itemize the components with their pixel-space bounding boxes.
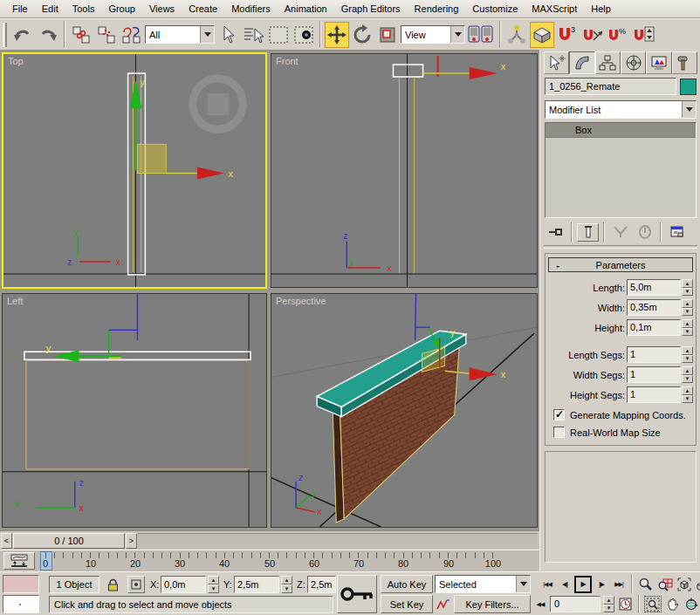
select-and-link-icon[interactable] xyxy=(69,22,93,48)
tab-hierarchy-icon[interactable] xyxy=(595,51,621,74)
bind-to-spacewarp-icon[interactable] xyxy=(120,22,144,48)
time-slider-thumb[interactable]: 0 / 100 xyxy=(13,533,125,549)
tab-modify-icon[interactable] xyxy=(569,51,594,74)
length-segs-spinner[interactable]: ▲▼ xyxy=(682,346,693,363)
toolbar-grip[interactable] xyxy=(3,23,7,47)
z-coord-field[interactable]: 2,5m xyxy=(307,576,336,593)
length-field[interactable]: 5,0m xyxy=(627,279,681,296)
selection-filter-arrow[interactable] xyxy=(200,26,214,43)
time-slider-prev-button[interactable]: < xyxy=(1,533,12,549)
select-by-name-icon[interactable] xyxy=(241,22,265,48)
region-zoom-icon[interactable] xyxy=(644,596,662,612)
time-configuration-icon[interactable] xyxy=(616,596,634,612)
generate-mapping-coords-checkbox[interactable] xyxy=(553,409,565,420)
x-coord-field[interactable]: 0,0m xyxy=(161,576,206,593)
y-coord-field[interactable]: 2,5m xyxy=(234,576,279,593)
time-slider-track[interactable] xyxy=(138,533,538,549)
key-mode-toggle-icon[interactable]: ◀◀ xyxy=(532,597,548,612)
width-segs-field[interactable]: 1 xyxy=(627,366,681,383)
pan-hand-icon[interactable] xyxy=(663,596,681,612)
select-and-rotate-icon[interactable] xyxy=(350,22,374,48)
menu-customize[interactable]: Customize xyxy=(465,1,525,17)
tab-utilities-icon[interactable] xyxy=(672,51,697,74)
selection-set-dropdown[interactable]: Selected xyxy=(435,575,531,593)
menu-views[interactable]: Views xyxy=(142,1,182,17)
menu-maxscript[interactable]: MAXScript xyxy=(525,1,584,17)
viewport-perspective-canvas[interactable]: y x z y x xyxy=(271,294,537,527)
show-end-result-icon[interactable] xyxy=(577,223,599,242)
zoom-all-icon[interactable] xyxy=(656,576,674,592)
maxscript-mini-listener-pink[interactable] xyxy=(3,575,39,593)
unlink-selection-icon[interactable] xyxy=(94,22,119,48)
percent-snap-icon[interactable] xyxy=(580,22,605,48)
go-to-start-icon[interactable]: |◀◀ xyxy=(539,577,555,592)
reference-coord-arrow[interactable] xyxy=(450,26,464,43)
object-name-field[interactable]: 1_0256_Remate xyxy=(545,78,676,95)
spinner-snap-icon[interactable]: % xyxy=(606,22,630,48)
viewport-top-canvas[interactable]: y x y x z xyxy=(3,54,265,287)
modifier-list-arrow[interactable] xyxy=(682,101,696,118)
frame-spinner[interactable]: ▲▼ xyxy=(603,596,614,612)
track-bar[interactable]: 0 10 20 30 40 50 60 70 80 90 100 xyxy=(0,550,539,571)
current-frame-field[interactable]: 0 xyxy=(550,596,600,612)
set-keys-key-icon[interactable] xyxy=(337,575,377,613)
menu-file[interactable]: File xyxy=(5,1,35,17)
menu-group[interactable]: Group xyxy=(101,1,142,17)
menu-tools[interactable]: Tools xyxy=(65,1,102,17)
select-and-scale-icon[interactable] xyxy=(375,22,400,48)
maxscript-mini-listener-white[interactable] xyxy=(3,595,39,613)
menu-create[interactable]: Create xyxy=(182,1,224,17)
viewport-perspective-label[interactable]: Perspective xyxy=(276,296,326,306)
zoom-extents-icon[interactable] xyxy=(676,576,693,592)
track-bar-ruler[interactable]: 0 10 20 30 40 50 60 70 80 90 100 xyxy=(40,550,534,572)
selected-box-front-view[interactable] xyxy=(393,65,422,77)
width-spinner[interactable]: ▲▼ xyxy=(682,299,693,316)
spinner-snap-toggle-icon[interactable] xyxy=(631,22,655,48)
snaps-toggle-icon[interactable] xyxy=(530,22,554,48)
modifier-list-dropdown[interactable]: Modifier List xyxy=(545,100,697,119)
undo-icon[interactable] xyxy=(10,22,35,48)
redo-icon[interactable] xyxy=(36,22,60,48)
height-field[interactable]: 0,1m xyxy=(627,319,681,336)
previous-frame-icon[interactable]: ◀|| xyxy=(557,577,573,592)
viewport-left[interactable]: Left y z y x xyxy=(2,293,267,528)
key-filters-button[interactable]: Key Filters... xyxy=(454,595,531,613)
select-and-move-icon[interactable] xyxy=(325,22,349,48)
height-spinner[interactable]: ▲▼ xyxy=(682,319,693,336)
viewport-front-label[interactable]: Front xyxy=(276,56,299,66)
use-pivot-center-icon[interactable] xyxy=(466,22,496,48)
reference-coord-dropdown[interactable]: View xyxy=(401,25,465,44)
rollout-collapse-icon[interactable]: - xyxy=(552,260,563,270)
menu-help[interactable]: Help xyxy=(584,1,618,17)
y-coord-spinner[interactable]: ▲▼ xyxy=(281,576,292,593)
length-segs-field[interactable]: 1 xyxy=(627,346,681,363)
menu-graph-editors[interactable]: Graph Editors xyxy=(334,1,408,17)
pin-stack-icon[interactable] xyxy=(545,223,566,242)
select-object-icon[interactable] xyxy=(216,22,240,48)
viewport-front-canvas[interactable]: x z x y xyxy=(271,54,537,287)
tab-motion-icon[interactable] xyxy=(621,51,646,74)
height-segs-spinner[interactable]: ▲▼ xyxy=(682,386,693,403)
menu-modifiers[interactable]: Modifiers xyxy=(224,1,278,17)
viewport-perspective[interactable]: Perspective xyxy=(271,293,538,528)
selection-set-arrow[interactable] xyxy=(516,576,530,592)
remove-modifier-icon[interactable] xyxy=(634,223,655,242)
width-segs-spinner[interactable]: ▲▼ xyxy=(682,366,693,383)
window-crossing-icon[interactable] xyxy=(292,22,316,48)
viewport-left-label[interactable]: Left xyxy=(7,296,23,306)
viewport-front[interactable]: Front x z x y xyxy=(271,53,538,288)
rect-selection-region-icon[interactable] xyxy=(266,22,291,48)
tab-create-icon[interactable] xyxy=(544,51,569,74)
auto-key-button[interactable]: Auto Key xyxy=(381,575,433,593)
menu-animation[interactable]: Animation xyxy=(278,1,334,17)
new-key-filter-curve-icon[interactable] xyxy=(435,596,452,612)
zoom-extents-all-icon[interactable] xyxy=(695,576,700,592)
menu-edit[interactable]: Edit xyxy=(35,1,65,17)
width-field[interactable]: 0,35m xyxy=(627,299,681,316)
object-color-swatch[interactable] xyxy=(680,79,697,95)
make-unique-icon[interactable] xyxy=(609,223,631,242)
zoom-icon[interactable] xyxy=(637,576,655,592)
select-and-manipulate-icon[interactable] xyxy=(504,22,529,48)
tab-display-icon[interactable] xyxy=(646,51,671,74)
menu-rendering[interactable]: Rendering xyxy=(408,1,466,17)
